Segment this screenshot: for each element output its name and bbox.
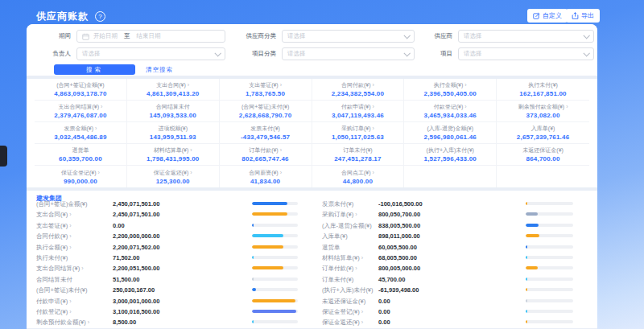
stat-label: 订单付款(¥)› <box>249 146 282 154</box>
group-column-left: (合同+签证)金额(¥)2,450,071,501.00支出合同(¥)›2,45… <box>36 198 310 328</box>
stat-card[interactable]: 执行金额(¥)›2,396,550,405.00 <box>404 79 497 101</box>
stat-value: -433,479,546.57 <box>241 134 290 141</box>
group-row[interactable]: 支出合同结算(¥)›2,200,051,500.00 <box>36 262 310 273</box>
chevron-right-icon: › <box>95 125 97 131</box>
stat-card[interactable]: 合同付款(¥)›2,234,382,554.00 <box>312 79 405 101</box>
stat-value: 2,657,339,761.46 <box>517 134 569 141</box>
stat-value: 4,861,309,413.20 <box>147 90 199 97</box>
stat-label: 支出签证(¥)› <box>249 81 282 89</box>
group-row[interactable]: 支出签证(¥)›0.00 <box>36 220 310 230</box>
project-category-select[interactable]: 请选择 <box>282 47 415 60</box>
stat-card: 发票未付(¥)-433,479,546.57 <box>220 122 312 144</box>
group-row[interactable]: 合同付款(¥)›2,200,000,000.00 <box>36 230 310 241</box>
bar-track <box>526 320 573 323</box>
group-row-value: 3,000,001,000.00 <box>113 298 159 305</box>
bar-fill <box>526 320 527 323</box>
stat-card[interactable]: 材料结算单(¥)›1,798,431,995.00 <box>127 144 220 166</box>
stats-grid: (合同+签证)金额(¥)4,863,093,178.70支出合同(¥)›4,86… <box>27 79 597 187</box>
group-row-label: 未返还保证金(¥) <box>322 298 365 306</box>
group-row[interactable]: 订单付款(¥)›800,005,000.00 <box>322 262 576 273</box>
group-row[interactable]: 保证金返还(¥)›0.00 <box>322 316 576 327</box>
chevron-right-icon: › <box>355 212 357 217</box>
clear-search-link[interactable]: 清空搜索 <box>146 66 173 74</box>
group-row: 未返还保证金(¥)0.00 <box>322 295 576 306</box>
chevron-right-icon: › <box>355 265 357 271</box>
group-row-value: 838,005,500.00 <box>378 222 420 229</box>
stat-label: (执行+入库)未付(¥) <box>427 146 474 154</box>
customize-label: 自定义 <box>543 11 562 20</box>
stat-card[interactable]: 支出合同结算(¥)›2,379,476,087.00 <box>35 101 127 122</box>
project-select[interactable]: 请选择 <box>458 47 594 60</box>
group-row[interactable]: 采购订单(¥)›800,050,700.00 <box>322 208 576 219</box>
group-row[interactable]: 付款申请(¥)›3,000,001,000.00 <box>36 295 310 306</box>
stat-card[interactable]: 合同薪资(¥)›41,834.00 <box>220 166 312 187</box>
stat-label: 合同结算未付 <box>156 103 190 111</box>
period-label: 期间 <box>27 32 71 40</box>
date-range-input[interactable]: 开始日期 至 结束日期 <box>76 30 225 43</box>
chevron-right-icon: › <box>190 147 192 153</box>
stat-value: 3,032,454,486.89 <box>54 134 106 141</box>
stat-card[interactable]: 订单付款(¥)›802,665,747.46 <box>220 144 312 166</box>
stat-label: 保证金登记(¥)› <box>61 169 100 177</box>
stat-card: (执行+入库)未付(¥)1,527,596,433.00 <box>404 144 497 166</box>
group-row[interactable]: 付款登记(¥)›3,100,016,500.00 <box>36 306 310 316</box>
stat-value: 990,000.00 <box>64 178 97 185</box>
stat-card[interactable]: 采购订单(¥)›1,050,117,025.63 <box>312 122 405 144</box>
group-row-label: 发票未付(¥) <box>322 200 353 208</box>
supplier-category-label: 供应商分类 <box>237 32 276 40</box>
stat-label: (入库-退货)金额(¥) <box>427 125 473 133</box>
bar-track <box>252 320 298 323</box>
group-row-label: (合同+签证)金额(¥) <box>36 200 88 208</box>
stat-card[interactable]: 发票金额(¥)›3,032,454,486.89 <box>35 122 127 144</box>
stat-card: 进项税额(¥)143,959,511.93 <box>127 122 220 144</box>
group-row[interactable]: 支出合同(¥)›2,450,071,501.00 <box>36 208 310 219</box>
group-row[interactable]: 发票金额(¥)›2,050,055,570.00 <box>36 327 310 328</box>
bar-fill <box>526 224 539 227</box>
bar-track <box>526 224 573 227</box>
group-row: (合同+签证)金额(¥)2,450,071,501.00 <box>36 198 310 208</box>
stat-value: 125,300.00 <box>156 178 190 185</box>
chevron-right-icon: › <box>69 245 71 250</box>
stat-card[interactable]: 支出签证(¥)›1,783,765.50 <box>220 79 312 101</box>
export-label: 导出 <box>581 11 594 20</box>
group-row: (合同+签证)未付(¥)250,030,167.00 <box>36 284 310 294</box>
chevron-right-icon: › <box>464 104 466 109</box>
chevron-right-icon: › <box>190 170 192 175</box>
group-row[interactable]: 执行金额(¥)›2,200,071,502.00 <box>36 241 310 252</box>
group-row-value: 2,200,071,502.00 <box>113 244 159 251</box>
group-row[interactable]: 合同薪资(¥)›41,834.00 <box>322 327 576 328</box>
customize-button[interactable]: 自定义 <box>527 9 568 23</box>
edit-icon <box>533 12 540 19</box>
group-row-label: 支出合同结算(¥)› <box>36 265 84 273</box>
bar-track <box>252 278 298 281</box>
search-button[interactable]: 搜索 <box>54 64 135 75</box>
bar-fill <box>526 310 527 313</box>
group-row[interactable]: 保证金登记(¥)›0.00 <box>322 306 576 316</box>
stat-card[interactable]: 剩余预付款金额(¥)›373,082.00 <box>497 101 589 122</box>
owner-select[interactable]: 请选择 <box>76 47 225 60</box>
supplier-select[interactable]: 请选择 <box>458 30 594 43</box>
group-row: 合同结算未付51,500.00 <box>36 273 310 284</box>
group-row-label: (执行+入库)未付(¥) <box>322 286 374 294</box>
chevron-right-icon: › <box>373 170 374 175</box>
supplier-category-select[interactable]: 请选择 <box>282 30 415 43</box>
drawer-handle[interactable] <box>0 146 7 167</box>
stat-card[interactable]: 合同点工(¥)›44,800.00 <box>312 166 405 187</box>
owner-label: 负责人 <box>27 50 71 58</box>
stat-card[interactable]: 付款申请(¥)›3,047,119,493.46 <box>312 101 405 122</box>
bar-fill <box>252 245 283 249</box>
group-row-label: 材料结算单(¥)› <box>322 254 363 262</box>
group-row[interactable]: 剩余预付款金额(¥)›8,500.00 <box>36 316 310 327</box>
group-row-value: -100,016,500.00 <box>378 200 423 208</box>
stat-card[interactable]: 支出合同(¥)›4,861,309,413.20 <box>127 79 220 101</box>
stat-card[interactable]: 付款登记(¥)›3,465,934,033.46 <box>404 101 497 122</box>
stat-label: 合同薪资(¥)› <box>249 169 282 177</box>
stat-card[interactable]: 保证金返还(¥)›125,300.00 <box>127 166 220 187</box>
stat-label: 发票金额(¥)› <box>64 125 97 133</box>
export-button[interactable]: 导出 <box>566 9 600 23</box>
export-icon <box>572 12 579 19</box>
stat-card[interactable]: 保证金登记(¥)›990,000.00 <box>35 166 127 187</box>
help-icon[interactable]: ? <box>95 11 105 22</box>
group-row[interactable]: 材料结算单(¥)›68,005,500.00 <box>322 252 576 262</box>
group-row-value: 68,005,500.00 <box>378 254 417 261</box>
